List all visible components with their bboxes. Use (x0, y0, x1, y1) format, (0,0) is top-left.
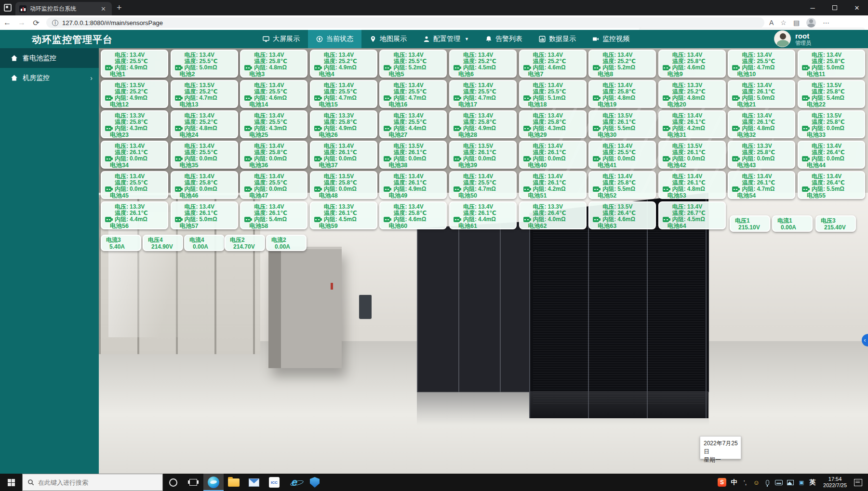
battery-icon (244, 95, 252, 101)
favorites-star-icon[interactable]: ☆ (780, 19, 787, 27)
menu-item-map[interactable]: 配置管理 地图展示 (361, 30, 415, 48)
voltage-label: 电压: (463, 82, 477, 89)
battery-card: 电压:13.4V 温度:25.8℃ 内阻:0.0mΩ 电池46 (171, 171, 238, 199)
sogou-icon[interactable]: S (718, 478, 726, 487)
resistance-value: 4.3mΩ (269, 125, 287, 132)
menu-item-data-display[interactable]: 数据显示 (531, 30, 584, 48)
window-close-button[interactable]: ✕ (846, 0, 868, 15)
voltage-label: 电压: (324, 203, 337, 210)
restore-button[interactable] (824, 0, 846, 15)
browser-profile-avatar[interactable] (806, 18, 816, 27)
temperature-label: 温度: (533, 58, 547, 65)
taskbar-mail-button[interactable] (244, 474, 264, 491)
voltage-label: 电压: (533, 173, 547, 180)
sensors-page: 电压:13.4V 温度:25.5℃ 内阻:4.9mΩ 电池1 电压:13.4V … (99, 48, 868, 474)
voltage-value: 13.3V (130, 112, 145, 119)
ime-chinese-indicator[interactable]: 中 (731, 478, 737, 487)
browser-tab[interactable]: 动环监控后台系统 ✕ (15, 2, 112, 15)
keyboard-icon[interactable] (775, 480, 783, 485)
more-menu-icon[interactable]: ⋯ (823, 19, 829, 27)
battery-card: 电压:13.4V 温度:26.1℃ 内阻:5.4mΩ 电池58 (240, 201, 307, 229)
menu-item-current-status[interactable]: 当前状态 (308, 30, 361, 48)
battery-name: 电池13 (172, 102, 237, 108)
taskbar-icc-button[interactable]: ICC (264, 474, 284, 491)
dropdown-caret-icon: ▼ (465, 37, 469, 41)
language-indicator[interactable]: 英 (809, 478, 816, 487)
site-info-icon[interactable]: i (52, 20, 58, 26)
read-aloud-icon[interactable]: A (769, 19, 774, 27)
battery-card: 电压:13.4V 温度:25.5℃ 内阻:4.7mΩ 电池10 (728, 50, 795, 78)
search-icon (27, 479, 34, 486)
temperature-label: 温度: (254, 210, 267, 216)
voltage-value: 13.3V (339, 112, 354, 119)
user-box[interactable]: root 管理员 (774, 30, 811, 47)
collections-icon[interactable]: ▤ (793, 19, 800, 27)
sogou-toolbox-icon[interactable]: ▣ (798, 479, 805, 486)
taskbar-clock[interactable]: 17:54 2022/7/25 (820, 476, 850, 489)
taskbar-edge-button[interactable] (203, 474, 224, 491)
tab-close-icon[interactable]: ✕ (99, 5, 108, 13)
temperature-label: 温度: (393, 58, 407, 65)
back-icon[interactable]: ← (0, 18, 14, 27)
sensor-name: 电压4 (148, 237, 182, 243)
sidebar-item-battery-monitor[interactable]: 蓄电池监控 (0, 48, 99, 68)
temperature-label: 温度: (393, 88, 407, 95)
sidebar-item-room-monitor[interactable]: 机房监控 › (0, 68, 99, 88)
minimize-button[interactable]: ─ (801, 0, 824, 15)
taskbar-ie-button[interactable]: e (284, 474, 305, 491)
temperature-label: 温度: (742, 88, 755, 95)
taskbar-explorer-button[interactable] (224, 474, 244, 491)
screenshot-icon[interactable] (787, 480, 794, 485)
resistance-label: 内阻: (812, 155, 825, 162)
battery-name: 电池5 (380, 71, 446, 78)
battery-icon (802, 126, 810, 131)
refresh-icon[interactable]: ⟳ (29, 18, 43, 27)
ime-punctuation-icon[interactable]: ’, (742, 479, 748, 486)
menu-item-video[interactable]: 监控视频 (584, 30, 638, 48)
action-center-icon[interactable] (854, 479, 862, 486)
voltage-label: 电压: (185, 203, 198, 210)
start-button[interactable] (0, 474, 22, 491)
sensor-value: 214.70V (230, 243, 264, 250)
battery-name: 电池56 (102, 223, 167, 229)
voltage-label: 电压: (185, 143, 198, 149)
menu-item-alarms[interactable]: 告警列表 (477, 30, 531, 48)
new-tab-button[interactable]: + (117, 3, 122, 13)
resistance-value: 4.9mΩ (130, 94, 147, 101)
menu-item-config[interactable]: 配置管理 ▼ (415, 30, 477, 48)
battery-card: 电压:13.4V 温度:25.5℃ 内阻:0.0mΩ 电池35 (171, 141, 238, 169)
browser-tab-bar: 动环监控后台系统 ✕ + ─ ✕ (0, 0, 868, 15)
temperature-label: 温度: (393, 179, 407, 186)
url-field[interactable]: i 127.0.0.1:8080/#/main/sensorsPage (46, 17, 764, 28)
battery-name: 电池19 (589, 102, 655, 108)
mic-icon[interactable] (764, 480, 771, 485)
menu-item-bigscreen[interactable]: 大屏展示 (254, 30, 308, 48)
battery-card: 电压:13.4V 温度:26.4℃ 内阻:0.0mΩ 电池44 (798, 141, 865, 169)
battery-name: 电池12 (102, 102, 167, 108)
voltage-value: 13.4V (478, 203, 493, 210)
resistance-label: 内阻: (324, 125, 337, 132)
forward-icon[interactable]: → (14, 18, 29, 27)
resistance-label: 内阻: (602, 125, 616, 132)
task-view-button[interactable] (183, 474, 203, 491)
battery-card: 电压:13.4V 温度:25.5℃ 内阻:0.0mΩ 电池41 (588, 141, 656, 169)
battery-icon (175, 217, 183, 222)
temperature-label: 温度: (324, 210, 337, 216)
temperature-value: 25.8℃ (827, 58, 845, 65)
tab-actions-icon[interactable] (4, 4, 12, 12)
sensor-value: 215.10V (735, 224, 769, 231)
taskbar-shield-button[interactable] (305, 474, 325, 491)
temperature-value: 25.8℃ (339, 179, 357, 186)
temperature-value: 25.2℃ (548, 58, 566, 65)
resistance-label: 内阻: (672, 64, 686, 71)
battery-card: 电压:13.4V 温度:25.8℃ 内阻:0.0mΩ 电池36 (240, 141, 307, 169)
emoji-icon[interactable]: ☺ (753, 479, 760, 486)
voltage-value: 13.4V (827, 143, 841, 149)
battery-card: 电压:13.4V 温度:25.5℃ 内阻:4.3mΩ 电池25 (240, 110, 307, 138)
sensor-value: 214.90V (148, 243, 182, 250)
battery-name: 电池44 (799, 162, 864, 169)
search-input[interactable] (38, 479, 149, 486)
taskbar-search[interactable] (22, 474, 163, 491)
cortana-button[interactable] (163, 474, 183, 491)
temperature-value: 25.8℃ (757, 149, 775, 156)
